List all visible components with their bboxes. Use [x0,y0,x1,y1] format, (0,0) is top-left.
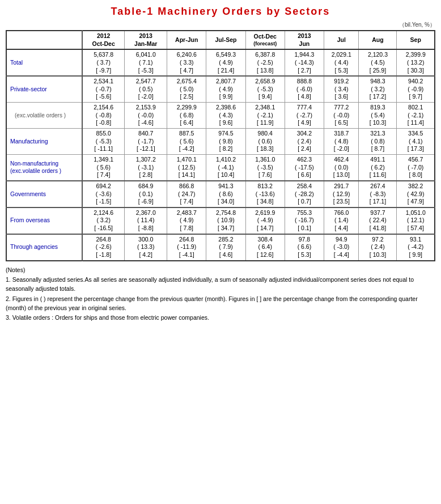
overseas-label: From overseas [6,207,82,234]
header-2013-jun: 2013Jun [285,31,324,49]
nonmfg-val-9: 456.7 ( -7.0) [ 8.0] [397,154,435,180]
total-val-2: 6,041.0 ( 7.1) [ -5.3] [125,49,167,76]
excv-val-8: 819.3 ( 5.4) [ 10.3] [359,103,397,129]
nonmfg-val-2: 1,307.2 ( -3.1) [ 2.8] [125,154,167,180]
header-oct-dec: Oct-Dec(forecast) [245,31,285,49]
exc-volatile-label: (exc.volatile orders ) [6,103,82,129]
page-title: Table-1 Machinery Orders by Sectors [6,6,435,18]
total-val-8: 2,120.3 ( 4.5) [ 25.9] [359,49,397,76]
note-1: 1. Seasonally adjusted series.As all ser… [6,276,435,294]
private-val-4: 2,807.7 ( 4.9) [ 9.9] [206,76,245,102]
ag-val-6: 97.8 ( 6.6) [ 5.3] [285,234,324,261]
excv-val-4: 2,398.6 ( 4.3) [ 9.6] [206,103,245,129]
note-3: 3. Volatile orders : Orders for ships an… [6,314,435,323]
gov-val-8: 267.4 ( -8.3) [ 17.1] [359,181,397,207]
total-label: Total [6,49,82,76]
os-val-3: 2,483.7 ( 4.9) [ 7.8] [167,207,206,234]
gov-val-9: 382.2 ( 42.9) [ 47.9] [397,181,435,207]
gov-val-4: 941.3 ( 8.6) [ 34.0] [206,181,245,207]
total-val-7: 2,029.1 ( 4.4) [ 5.3] [324,49,359,76]
excv-val-9: 802.1 ( -2.1) [ 11.4] [397,103,435,129]
mfg-val-4: 974.5 ( 9.8) [ 8.2] [206,129,245,155]
gov-val-7: 291.7 ( 12.9) [ 23.5] [324,181,359,207]
note-2: 2. Figures in ( ) represent the percenta… [6,295,435,313]
private-row: Private-sector 2,534.1 ( -0.7) [ -5.6] 2… [6,76,435,102]
mfg-val-5: 980.4 ( 0.6) [ 18.3] [245,129,285,155]
total-val-6: 1,944.3 ( -14.3) [ 2.7] [285,49,324,76]
ag-val-7: 94.9 ( -3.0) [ -4.4] [324,234,359,261]
gov-val-5: 813.2 ( -13.6) [ 34.8] [245,181,285,207]
nonmfg-val-8: 491.1 ( 6.2) [ 11.6] [359,154,397,180]
nonmfg-row: Non-manufacturing(exc.volatile orders ) … [6,154,435,180]
excv-val-7: 777.2 ( -0.0) [ 6.5] [324,103,359,129]
ag-val-5: 308.4 ( 6.4) [ 12.6] [245,234,285,261]
os-val-6: 755.3 ( -16.7) [ 0.1] [285,207,324,234]
excv-val-6: 777.4 ( -2.7) [ 4.9] [285,103,324,129]
ag-val-8: 97.2 ( 2.4) [ 10.3] [359,234,397,261]
mfg-val-9: 334.5 ( 4.1) [ 17.3] [397,129,435,155]
private-val-3: 2,675.4 ( 5.0) [ 2.5] [167,76,206,102]
nonmfg-label: Non-manufacturing(exc.volatile orders ) [6,154,82,180]
nonmfg-val-4: 1,410.2 ( -4.1) [ 10.4] [206,154,245,180]
excv-val-5: 2,348.1 ( -2.1) [ 11.9] [245,103,285,129]
private-val-8: 948.3 ( 3.2) [ 17.2] [359,76,397,102]
total-val-3: 6,240.6 ( 3.3) [ 4.7] [167,49,206,76]
total-val-1: 5,637.8 ( 3.7) [ -9.7] [82,49,125,76]
gov-val-2: 684.9 ( 0.1) [ -6.9] [125,181,167,207]
mfg-val-3: 887.5 ( 5.6) [ -4.2] [167,129,206,155]
nonmfg-val-5: 1,361.0 ( -3.5) [ 7.6] [245,154,285,180]
os-val-9: 1,051.0 ( 12.1) [ 57.4] [397,207,435,234]
mfg-val-7: 318.7 ( 4.8) [ -2.0] [324,129,359,155]
nonmfg-val-1: 1,349.1 ( 5.6) [ 7.4] [82,154,125,180]
agencies-label: Through agencies [6,234,82,261]
ag-val-4: 285.2 ( 7.9) [ 4.6] [206,234,245,261]
nonmfg-val-6: 462.3 ( -17.5) [ 6.6] [285,154,324,180]
governments-row: Governments 694.2 ( -3.6) [ -1.5] 684.9 … [6,181,435,207]
exc-volatile-row: (exc.volatile orders ) 2,154.6 ( -0.8) [… [6,103,435,129]
ag-val-1: 264.8 ( -2.6) [ -1.8] [82,234,125,261]
total-val-4: 6,549.3 ( 4.9) [ 21.4] [206,49,245,76]
os-val-8: 937.7 ( 22.4) [ 41.8] [359,207,397,234]
ag-val-9: 93.1 ( -4.2) [ 9.9] [397,234,435,261]
notes-section: (Notes) 1. Seasonally adjusted series.As… [6,266,435,323]
mfg-val-1: 855.0 ( -5.3) [ -11.1] [82,129,125,155]
header-apr-jun: Apr-Jun [167,31,206,49]
os-val-1: 2,124.6 ( 3.2) [ -16.5] [82,207,125,234]
excv-val-1: 2,154.6 ( -0.8) [ -0.8] [82,103,125,129]
excv-val-3: 2,299.9 ( 6.8) [ 6.4] [167,103,206,129]
header-jul-sep: Jul-Sep [206,31,245,49]
gov-val-6: 258.4 ( -28.2) [ 0.7] [285,181,324,207]
private-val-9: 940.2 ( -0.9) [ 9.7] [397,76,435,102]
os-val-7: 766.0 ( 1.4) [ 4.4] [324,207,359,234]
nonmfg-val-7: 462.4 ( 0.0) [ 13.0] [324,154,359,180]
mfg-val-8: 321.3 ( 0.8) [ 8.7] [359,129,397,155]
mfg-val-6: 304.2 ( 2.4) [ 2.4] [285,129,324,155]
total-row: Total 5,637.8 ( 3.7) [ -9.7] 6,041.0 ( 7… [6,49,435,76]
gov-val-1: 694.2 ( -3.6) [ -1.5] [82,181,125,207]
overseas-row: From overseas 2,124.6 ( 3.2) [ -16.5] 2,… [6,207,435,234]
private-label: Private-sector [6,76,82,102]
header-aug: Aug [359,31,397,49]
header-2013-jan-mar: 2013Jan-Mar [125,31,167,49]
os-val-4: 2,754.8 ( 10.9) [ 34.7] [206,207,245,234]
unit-label: （bil.Yen, %） [6,21,435,29]
os-val-2: 2,367.0 ( 11.4) [ -8.8] [125,207,167,234]
manufacturing-row: Manufacturing 855.0 ( -5.3) [ -11.1] 840… [6,129,435,155]
main-table: 2012Oct-Dec 2013Jan-Mar Apr-Jun Jul-Sep … [6,30,435,261]
private-val-6: 888.8 ( -6.0) [ 4.8] [285,76,324,102]
header-2012-oct-dec: 2012Oct-Dec [82,31,125,49]
private-val-2: 2,547.7 ( 0.5) [ -2.0] [125,76,167,102]
os-val-5: 2,619.9 ( -4.9) [ 14.7] [245,207,285,234]
header-col0 [6,31,82,49]
ag-val-3: 264.8 ( -11.9) [ -4.1] [167,234,206,261]
total-val-9: 2,399.9 ( 13.2) [ 30.3] [397,49,435,76]
manufacturing-label: Manufacturing [6,129,82,155]
notes-header: (Notes) [6,266,435,275]
governments-label: Governments [6,181,82,207]
total-val-5: 6,387.8 ( -2.5) [ 13.8] [245,49,285,76]
nonmfg-val-3: 1,470.1 ( 12.5) [ 14.1] [167,154,206,180]
header-jul: Jul [324,31,359,49]
header-sep: Sep [397,31,435,49]
excv-val-2: 2,153.9 ( -0.0) [ -4.6] [125,103,167,129]
gov-val-3: 866.8 ( 24.7) [ 7.4] [167,181,206,207]
